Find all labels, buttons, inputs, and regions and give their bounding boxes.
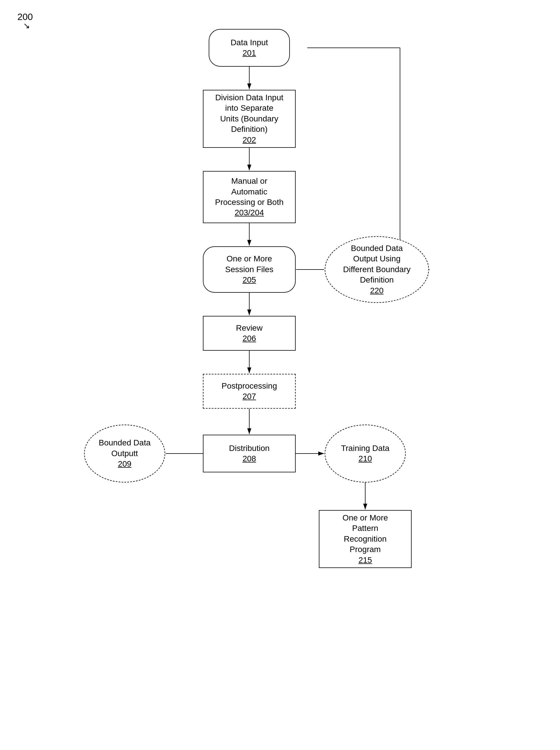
node-distribution-text: Distribution [229,443,269,453]
node-distribution-label: Distribution 208 [229,443,269,464]
flowchart-diagram: 200 ↘ [0,0,560,750]
node-postprocessing: Postprocessing 207 [203,374,296,409]
diagram-arrow-indicator: ↘ [23,21,30,31]
node-data-input: Data Input 201 [209,29,290,67]
node-bounded-output-left: Bounded DataOutputt 209 [84,425,165,483]
node-division-number: 202 [243,135,256,145]
node-pattern-recognition-number: 215 [359,555,372,565]
node-review-number: 206 [243,333,256,344]
node-review-label: Review 206 [236,323,263,344]
node-review: Review 206 [203,316,296,351]
node-postprocessing-text: Postprocessing [221,381,277,391]
node-data-input-label: Data Input 201 [231,37,268,59]
node-division-label: Division Data Inputinto SeparateUnits (B… [215,93,283,145]
node-review-text: Review [236,323,263,333]
node-manual-auto-number: 203/204 [235,207,264,218]
node-postprocessing-number: 207 [243,391,256,402]
node-manual-auto: Manual orAutomaticProcessing or Both 203… [203,171,296,223]
node-distribution-number: 208 [243,453,256,464]
node-bounded-output-left-text: Bounded DataOutputt [99,438,151,459]
node-session-files: One or MoreSession Files 205 [203,246,296,293]
node-manual-auto-text: Manual orAutomaticProcessing or Both [215,176,284,207]
node-pattern-recognition: One or MorePatternRecognitionProgram 215 [319,510,412,568]
node-bounded-output-left-label: Bounded DataOutputt 209 [99,438,151,469]
node-pattern-recognition-label: One or MorePatternRecognitionProgram 215 [342,513,388,565]
node-bounded-output-left-number: 209 [118,459,132,469]
node-manual-auto-label: Manual orAutomaticProcessing or Both 203… [215,176,284,218]
node-session-files-number: 205 [243,275,256,285]
node-division-text: Division Data Inputinto SeparateUnits (B… [215,93,283,135]
node-distribution: Distribution 208 [203,435,296,472]
node-postprocessing-label: Postprocessing 207 [221,381,277,402]
node-training-data-label: Training Data 210 [341,443,389,464]
node-data-input-text: Data Input [231,37,268,48]
node-session-files-label: One or MoreSession Files 205 [225,254,274,285]
node-training-data-text: Training Data [341,443,389,453]
node-training-data: Training Data 210 [325,425,406,483]
node-bounded-diff-boundary-text: Bounded DataOutput UsingDifferent Bounda… [343,243,411,285]
node-division: Division Data Inputinto SeparateUnits (B… [203,90,296,148]
node-session-files-text: One or MoreSession Files [225,254,274,275]
node-pattern-recognition-text: One or MorePatternRecognitionProgram [342,513,388,555]
node-training-data-number: 210 [359,453,372,464]
node-bounded-diff-boundary-number: 220 [370,285,384,296]
node-bounded-diff-boundary-label: Bounded DataOutput UsingDifferent Bounda… [343,243,411,296]
node-data-input-number: 201 [243,48,256,58]
node-bounded-diff-boundary: Bounded DataOutput UsingDifferent Bounda… [325,236,429,303]
